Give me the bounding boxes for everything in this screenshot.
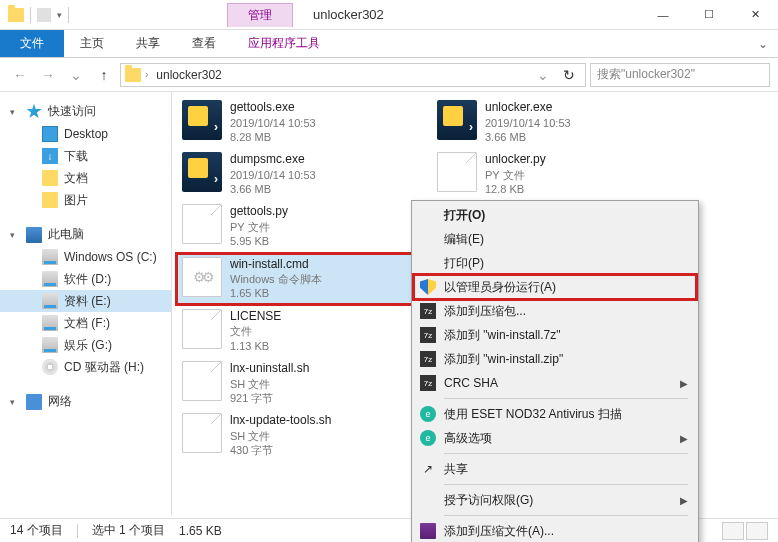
separator <box>68 7 69 23</box>
file-thumbnail: › <box>182 152 222 192</box>
sidebar-item-desktop[interactable]: Desktop <box>0 123 171 145</box>
drive-icon <box>42 271 58 287</box>
file-meta-2: 3.66 MB <box>230 182 425 196</box>
file-meta-1: PY 文件 <box>230 220 425 234</box>
breadcrumb-segment[interactable]: unlocker302 <box>152 68 225 82</box>
label: CD 驱动器 (H:) <box>64 359 144 376</box>
close-button[interactable]: ✕ <box>732 0 778 30</box>
file-item[interactable]: › dumpsmc.exe 2019/10/14 10:53 3.66 MB <box>176 148 431 200</box>
forward-button[interactable]: → <box>36 63 60 87</box>
label: CRC SHA <box>444 376 498 390</box>
file-item[interactable]: › unlocker.exe 2019/10/14 10:53 3.66 MB <box>431 96 686 148</box>
chevron-down-icon[interactable]: ▾ <box>57 10 62 20</box>
chevron-right-icon[interactable]: › <box>145 69 148 80</box>
drive-icon <box>42 249 58 265</box>
file-info: unlocker.py PY 文件 12.8 KB <box>485 152 680 196</box>
file-meta-1: 2019/10/14 10:53 <box>230 116 425 130</box>
sidebar-item-drive-d[interactable]: 软件 (D:) <box>0 268 171 290</box>
folder-icon <box>42 192 58 208</box>
ctx-print[interactable]: 打印(P) <box>414 251 696 275</box>
search-placeholder: 搜索"unlocker302" <box>597 66 695 83</box>
sidebar-item-pictures[interactable]: 图片 <box>0 189 171 211</box>
ctx-add-to-rar[interactable]: 添加到压缩文件(A)... <box>414 519 696 542</box>
file-meta-2: 12.8 KB <box>485 182 680 196</box>
separator <box>444 515 688 516</box>
refresh-button[interactable]: ↻ <box>557 63 581 87</box>
label: 共享 <box>444 461 468 478</box>
ctx-crc-sha[interactable]: 7zCRC SHA▶ <box>414 371 696 395</box>
7z-icon: 7z <box>420 303 436 319</box>
this-pc-group[interactable]: 此电脑 <box>0 223 171 246</box>
file-tab[interactable]: 文件 <box>0 30 64 57</box>
maximize-button[interactable]: ☐ <box>686 0 732 30</box>
file-item[interactable]: win-install.cmd Windows 命令脚本 1.65 KB <box>176 253 431 305</box>
drive-icon <box>42 315 58 331</box>
file-thumbnail <box>182 257 222 297</box>
ctx-grant-access[interactable]: 授予访问权限(G)▶ <box>414 488 696 512</box>
ctx-edit[interactable]: 编辑(E) <box>414 227 696 251</box>
file-thumbnail <box>182 204 222 244</box>
ctx-eset-scan[interactable]: e使用 ESET NOD32 Antivirus 扫描 <box>414 402 696 426</box>
label: 文档 (F:) <box>64 315 110 332</box>
sidebar-item-documents[interactable]: 文档 <box>0 167 171 189</box>
ctx-advanced-options[interactable]: e高级选项▶ <box>414 426 696 450</box>
file-item[interactable]: lnx-uninstall.sh SH 文件 921 字节 <box>176 357 431 409</box>
file-meta-1: 2019/10/14 10:53 <box>485 116 680 130</box>
titlebar: ▾ 管理 unlocker302 — ☐ ✕ <box>0 0 778 30</box>
file-name: win-install.cmd <box>230 257 425 273</box>
file-item[interactable]: gettools.py PY 文件 5.95 KB <box>176 200 431 252</box>
file-item[interactable]: lnx-update-tools.sh SH 文件 430 字节 <box>176 409 431 461</box>
file-name: lnx-uninstall.sh <box>230 361 425 377</box>
sidebar-item-drive-g[interactable]: 娱乐 (G:) <box>0 334 171 356</box>
file-meta-2: 430 字节 <box>230 443 425 457</box>
ctx-share[interactable]: ↗共享 <box>414 457 696 481</box>
window-controls: — ☐ ✕ <box>640 0 778 30</box>
view-tab[interactable]: 查看 <box>176 30 232 57</box>
app-tools-tab[interactable]: 应用程序工具 <box>232 30 336 57</box>
file-info: unlocker.exe 2019/10/14 10:53 3.66 MB <box>485 100 680 144</box>
navigation-pane[interactable]: 快速访问 Desktop 下载 文档 图片 此电脑 Windows OS (C:… <box>0 92 172 515</box>
search-input[interactable]: 搜索"unlocker302" <box>590 63 770 87</box>
ctx-run-as-admin[interactable]: 以管理员身份运行(A) <box>414 275 696 299</box>
drive-icon <box>42 337 58 353</box>
sidebar-item-drive-h[interactable]: CD 驱动器 (H:) <box>0 356 171 378</box>
file-meta-2: 5.95 KB <box>230 234 425 248</box>
file-name: gettools.exe <box>230 100 425 116</box>
file-name: LICENSE <box>230 309 425 325</box>
network-group[interactable]: 网络 <box>0 390 171 413</box>
up-button[interactable]: ↑ <box>92 63 116 87</box>
label: 添加到 "win-install.7z" <box>444 327 561 344</box>
file-item[interactable]: › gettools.exe 2019/10/14 10:53 8.28 MB <box>176 96 431 148</box>
home-tab[interactable]: 主页 <box>64 30 120 57</box>
share-tab[interactable]: 共享 <box>120 30 176 57</box>
status-size: 1.65 KB <box>179 524 222 538</box>
file-thumbnail: › <box>182 100 222 140</box>
ctx-open[interactable]: 打开(O) <box>414 203 696 227</box>
ribbon-expand-button[interactable]: ⌄ <box>748 30 778 57</box>
separator <box>444 398 688 399</box>
file-item[interactable]: LICENSE 文件 1.13 KB <box>176 305 431 357</box>
rar-icon <box>420 523 436 539</box>
ctx-add-to-archive[interactable]: 7z添加到压缩包... <box>414 299 696 323</box>
address-dropdown-button[interactable]: ⌄ <box>531 63 555 87</box>
address-bar[interactable]: › unlocker302 ⌄ ↻ <box>120 63 586 87</box>
ctx-add-to-7z[interactable]: 7z添加到 "win-install.7z" <box>414 323 696 347</box>
label: 授予访问权限(G) <box>444 492 533 509</box>
file-item[interactable]: unlocker.py PY 文件 12.8 KB <box>431 148 686 200</box>
minimize-button[interactable]: — <box>640 0 686 30</box>
recent-locations-button[interactable]: ⌄ <box>64 63 88 87</box>
7z-icon: 7z <box>420 351 436 367</box>
sidebar-item-drive-e[interactable]: 资料 (E:) <box>0 290 171 312</box>
back-button[interactable]: ← <box>8 63 32 87</box>
label: 软件 (D:) <box>64 271 111 288</box>
label: Windows OS (C:) <box>64 250 157 264</box>
details-view-button[interactable] <box>722 522 744 540</box>
file-meta-2: 1.65 KB <box>230 286 425 300</box>
quick-access-group[interactable]: 快速访问 <box>0 100 171 123</box>
sidebar-item-drive-c[interactable]: Windows OS (C:) <box>0 246 171 268</box>
ctx-add-to-zip[interactable]: 7z添加到 "win-install.zip" <box>414 347 696 371</box>
icons-view-button[interactable] <box>746 522 768 540</box>
qat-button[interactable] <box>37 8 51 22</box>
sidebar-item-downloads[interactable]: 下载 <box>0 145 171 167</box>
sidebar-item-drive-f[interactable]: 文档 (F:) <box>0 312 171 334</box>
